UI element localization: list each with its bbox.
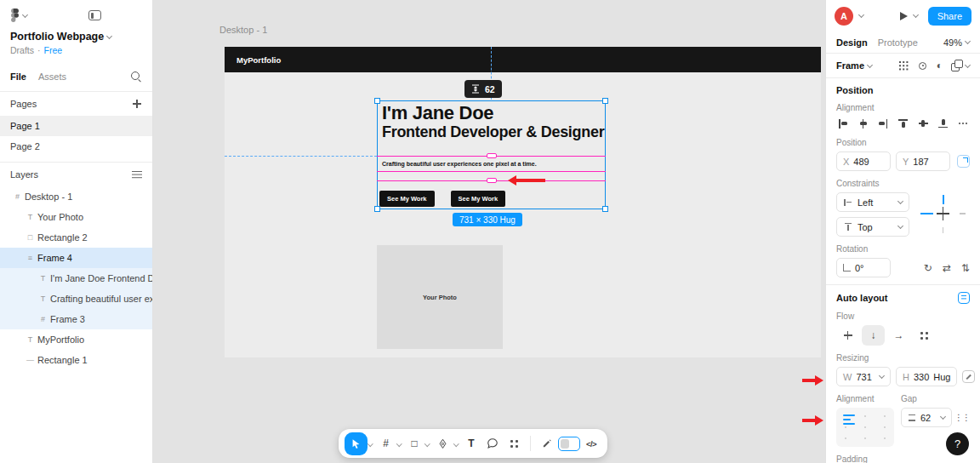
chevron-down-icon[interactable] bbox=[396, 441, 402, 446]
rotate-90-icon[interactable]: ↻ bbox=[924, 262, 932, 274]
figma-menu-icon[interactable] bbox=[10, 9, 20, 22]
layer-row-frame-4-selected[interactable]: ≡ Frame 4 bbox=[0, 248, 152, 268]
chevron-down-icon bbox=[897, 223, 903, 229]
resize-to-fit-icon[interactable] bbox=[962, 370, 975, 383]
constraint-right-tick[interactable] bbox=[960, 213, 966, 214]
flow-freeform-button[interactable] bbox=[836, 325, 859, 346]
rotation-input[interactable]: 0° bbox=[836, 258, 891, 277]
x-position-input[interactable]: X 489 bbox=[836, 151, 891, 171]
layer-row-rectangle-1[interactable]: — Rectangle 1 bbox=[0, 350, 152, 370]
design-navbar-rectangle[interactable]: MyPortfolio bbox=[225, 47, 821, 72]
gap-drag-handle[interactable] bbox=[487, 153, 497, 158]
align-vertical-center-icon[interactable] bbox=[916, 117, 930, 130]
shape-tool-button[interactable]: □ bbox=[404, 432, 424, 454]
layout-grid-icon[interactable] bbox=[898, 60, 909, 71]
dev-mode-toggle[interactable] bbox=[558, 437, 580, 451]
auto-layout-alignment-grid[interactable] bbox=[836, 408, 894, 447]
more-alignment-options-icon[interactable] bbox=[956, 117, 970, 130]
constraint-bottom-tick[interactable] bbox=[943, 227, 944, 233]
actions-tool-button[interactable] bbox=[504, 432, 524, 454]
chevron-down-icon[interactable] bbox=[368, 441, 373, 446]
layer-row-your-photo[interactable]: T Your Photo bbox=[0, 207, 152, 227]
flip-vertical-icon[interactable]: ⇅ bbox=[961, 262, 970, 274]
width-input[interactable]: W 731 bbox=[836, 367, 891, 386]
chevron-down-icon[interactable] bbox=[858, 12, 864, 18]
constraints-widget[interactable] bbox=[916, 192, 969, 235]
page-item-2[interactable]: Page 2 bbox=[0, 136, 152, 157]
tab-file[interactable]: File bbox=[10, 71, 26, 82]
align-top-icon[interactable] bbox=[897, 117, 910, 130]
add-page-icon[interactable] bbox=[132, 99, 142, 109]
frame-name-label[interactable]: Desktop - 1 bbox=[219, 25, 267, 35]
resize-handle-top-right[interactable] bbox=[602, 98, 608, 104]
layer-sort-icon[interactable] bbox=[132, 169, 142, 180]
resize-handle-bottom-right[interactable] bbox=[602, 206, 608, 212]
selection-type-dropdown[interactable]: Frame bbox=[836, 60, 872, 71]
hero-heading-line2[interactable]: Frontend Developer & Designer bbox=[382, 123, 604, 141]
page-item-1[interactable]: Page 1 bbox=[0, 116, 152, 136]
tab-prototype[interactable]: Prototype bbox=[878, 37, 918, 48]
chevron-down-icon[interactable] bbox=[453, 441, 459, 446]
chevron-down-icon[interactable] bbox=[106, 32, 112, 38]
text-tool-button[interactable]: T bbox=[461, 432, 481, 454]
frame-tool-button[interactable]: # bbox=[376, 432, 396, 454]
chevron-down-icon[interactable] bbox=[22, 11, 28, 17]
layer-row-rectangle-2[interactable]: □ Rectangle 2 bbox=[0, 227, 152, 248]
contrast-icon[interactable]: ◐ bbox=[937, 60, 943, 71]
user-avatar[interactable]: A bbox=[835, 7, 853, 26]
move-tool-button[interactable] bbox=[345, 432, 368, 455]
selection-bounding-box[interactable]: I'm Jane Doe Frontend Developer & Design… bbox=[377, 100, 606, 209]
layer-row-desktop-1[interactable]: # Desktop - 1 bbox=[0, 186, 152, 207]
comment-tool-button[interactable] bbox=[482, 432, 503, 454]
align-left-icon[interactable] bbox=[836, 117, 850, 130]
auto-layout-applied-icon[interactable] bbox=[958, 292, 970, 304]
layer-row-heading-text[interactable]: T I'm Jane Doe Frontend Devel bbox=[0, 268, 152, 289]
y-position-input[interactable]: Y 187 bbox=[896, 151, 950, 171]
tab-design[interactable]: Design bbox=[836, 37, 868, 48]
constraint-left-indicator[interactable] bbox=[920, 213, 933, 214]
constraint-top-indicator[interactable] bbox=[943, 195, 944, 204]
plan-badge[interactable]: Free bbox=[44, 45, 63, 55]
absolute-position-icon[interactable] bbox=[957, 155, 970, 168]
location-label[interactable]: Drafts bbox=[10, 45, 34, 55]
toggle-panel-icon[interactable] bbox=[88, 10, 101, 20]
layer-row-myportfolio[interactable]: T MyPortfolio bbox=[0, 329, 152, 350]
flow-vertical-button[interactable]: ↓ bbox=[862, 325, 885, 346]
photo-placeholder-box[interactable]: Your Photo bbox=[377, 245, 503, 349]
resize-handle-top-left[interactable] bbox=[374, 98, 380, 104]
spacing-settings-icon[interactable]: ⋮⋮ bbox=[954, 413, 970, 422]
see-my-work-button-2[interactable]: See My Work bbox=[451, 191, 506, 207]
align-bottom-icon[interactable] bbox=[937, 117, 950, 130]
present-play-icon[interactable] bbox=[900, 12, 908, 20]
flow-horizontal-button[interactable]: → bbox=[887, 325, 910, 346]
tab-assets[interactable]: Assets bbox=[38, 71, 66, 82]
pen-tool-button[interactable] bbox=[433, 432, 453, 454]
align-right-icon[interactable] bbox=[876, 117, 890, 130]
hero-heading-line1[interactable]: I'm Jane Doe bbox=[382, 102, 493, 124]
share-button[interactable]: Share bbox=[928, 7, 971, 26]
horizontal-constraint-dropdown[interactable]: Left bbox=[836, 192, 909, 212]
help-button[interactable]: ? bbox=[946, 432, 969, 455]
chevron-down-icon[interactable] bbox=[424, 441, 430, 446]
component-target-icon[interactable] bbox=[917, 60, 929, 71]
zoom-level-dropdown[interactable]: 49% bbox=[943, 37, 970, 48]
height-input[interactable]: H 330 Hug bbox=[896, 367, 957, 386]
vertical-constraint-dropdown[interactable]: Top bbox=[836, 217, 909, 237]
chevron-down-icon[interactable] bbox=[913, 12, 919, 18]
layer-row-frame-3[interactable]: # Frame 3 bbox=[0, 309, 152, 329]
gap-drag-handle[interactable] bbox=[487, 178, 497, 183]
file-name-row[interactable]: Portfolio Webpage bbox=[10, 31, 142, 43]
hero-tagline[interactable]: Crafting beautiful user experiences one … bbox=[382, 161, 537, 167]
dev-mode-code-button[interactable]: </> bbox=[581, 432, 601, 454]
canvas-area[interactable]: Desktop - 1 MyPortfolio 62 I'm Jane Doe … bbox=[153, 0, 825, 463]
search-icon[interactable] bbox=[130, 71, 142, 83]
resize-handle-bottom-left[interactable] bbox=[374, 206, 380, 212]
flow-grid-button[interactable] bbox=[913, 325, 936, 346]
draw-annotate-button[interactable] bbox=[537, 432, 557, 454]
align-horizontal-center-icon[interactable] bbox=[857, 117, 870, 130]
flip-horizontal-icon[interactable]: ⇄ bbox=[943, 262, 951, 274]
gap-input[interactable]: 62 bbox=[901, 408, 952, 427]
styles-stack-dropdown[interactable] bbox=[950, 60, 970, 71]
layer-row-tagline-text[interactable]: T Crafting beautiful user experi bbox=[0, 289, 152, 309]
see-my-work-button-1[interactable]: See My Work bbox=[379, 191, 435, 207]
